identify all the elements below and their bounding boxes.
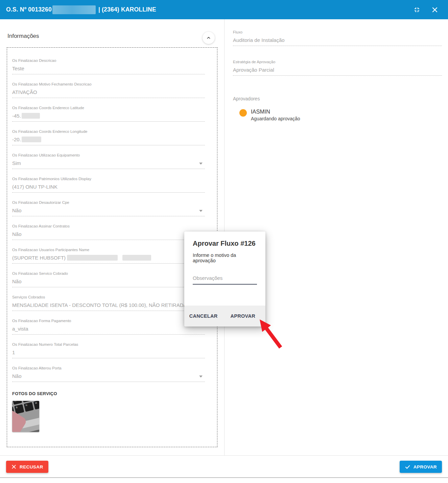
estrategia-value: Aprovação Parcial — [233, 67, 442, 76]
field-value: a_vista — [12, 326, 205, 335]
field-label: Os Finalizacao Utilizacao Equipamento — [12, 148, 205, 158]
field-assinar-contratos: Os Finalizacao Assinar Contratos Não — [12, 219, 205, 243]
photos-section-title: FOTOS DO SERVIÇO — [12, 391, 205, 396]
field-utilizacao-equipamento: Os Finalizacao Utilizacao Equipamento Si… — [12, 148, 205, 172]
redacted-block — [67, 255, 118, 261]
field-value: 1 — [12, 349, 205, 358]
field-patrimonios: Os Finalizacao Patrimonios Utilizados Di… — [12, 172, 205, 196]
field-label: Os Finalizacao Forma Pagamento — [12, 314, 205, 323]
service-order-dialog: O.S. Nº 0013260 | (2364) KAROLLINE Infor… — [0, 0, 448, 483]
aprovar-button[interactable]: APROVAR — [400, 461, 442, 473]
field-select[interactable]: Sim — [12, 160, 205, 169]
field-desautorizar-cpe: Os Finalizacao Desautorizar Cpe Não — [12, 196, 205, 219]
check-icon — [405, 464, 410, 470]
close-icon[interactable] — [431, 6, 439, 14]
redacted-block — [122, 255, 151, 261]
observacoes-input[interactable] — [193, 274, 257, 285]
dialog-action-bar: RECUSAR APROVAR — [0, 455, 448, 478]
collapse-section-button[interactable] — [203, 32, 215, 44]
field-label: Serviços Cobrados — [12, 290, 205, 299]
approver-item: IASMIN Aguardando aprovação — [239, 108, 442, 121]
field-longitude: Os Finalizacao Coords Endereco Longitude… — [12, 125, 205, 148]
fluxo-label: Fluxo — [233, 30, 442, 34]
field-forma-pagamento: Os Finalizacao Forma Pagamento a_vista — [12, 314, 205, 338]
field-label: Os Finalizacao Numero Total Parcelas — [12, 338, 205, 347]
field-latitude: Os Finalizacao Coords Endereco Latitude … — [12, 101, 205, 125]
field-select[interactable]: Não — [12, 373, 205, 382]
field-value: ATIVAÇÃO — [12, 89, 205, 98]
aprovadores-label: Aprovadores — [233, 96, 442, 101]
field-label: Os Finalizacao Servico Cobrado — [12, 267, 205, 276]
field-servicos-cobrados: Serviços Cobrados MENSALIDADE ISENTA - D… — [12, 290, 205, 314]
chevron-down-icon — [199, 163, 203, 165]
chevron-down-icon — [199, 376, 203, 378]
approve-button[interactable]: APROVAR — [230, 311, 256, 321]
field-value: Teste — [12, 66, 205, 74]
chevron-down-icon — [199, 210, 203, 212]
field-usuarios-participantes: Os Finalizacao Usuarios Participantes Na… — [12, 243, 205, 267]
key: N — [24, 402, 34, 412]
chevron-up-icon — [206, 35, 211, 41]
section-title: Informações — [7, 33, 39, 40]
x-icon — [11, 464, 17, 469]
field-select[interactable]: Não — [12, 208, 205, 216]
field-value: (SUPORTE HUBSOFT) — [12, 255, 205, 264]
field-label: Os Finalizacao Patrimonios Utilizados Di… — [12, 172, 205, 181]
estrategia-label: Estratégia de Aprovação — [233, 59, 442, 64]
title-os-number: O.S. Nº 0013260 — [6, 6, 52, 13]
aprovar-fluxo-modal: Aprovar Fluxo #126 Informe o motivo da a… — [184, 232, 265, 327]
dialog-title: O.S. Nº 0013260 | (2364) KAROLLINE — [6, 5, 156, 14]
field-label: Os Finalizacao Coords Endereco Latitude — [12, 101, 205, 110]
title-client: | (2364) KAROLLINE — [98, 6, 156, 13]
pending-status-dot — [239, 109, 247, 117]
field-descricao: Os Finalizacao Descricao Teste — [12, 54, 205, 77]
field-label: Os Finalizacao Assinar Contratos — [12, 219, 205, 228]
approver-name: IASMIN — [251, 108, 300, 115]
field-value: Não — [12, 231, 205, 240]
field-label: Os Finalizacao Descricao — [12, 54, 205, 63]
field-label: Os Finalizacao Desautorizar Cpe — [12, 196, 205, 205]
key: M — [33, 401, 39, 410]
redacted-block — [22, 137, 41, 142]
service-photo-thumbnail[interactable]: G H J K V B N M — [12, 401, 39, 432]
redacted-block — [22, 113, 40, 119]
approver-status: Aguardando aprovação — [251, 116, 300, 121]
field-motivo-fechamento: Os Finalizacao Motivo Fechamento Descric… — [12, 77, 205, 101]
modal-subtitle: Informe o motivo da aprovação — [193, 252, 257, 263]
field-numero-parcelas: Os Finalizacao Numero Total Parcelas 1 — [12, 338, 205, 361]
field-label: Os Finalizacao Alterou Porta — [12, 361, 205, 370]
aprovar-label: APROVAR — [414, 464, 437, 469]
recusar-button[interactable]: RECUSAR — [6, 461, 48, 473]
fluxo-value: Auditoria de Instalação — [233, 37, 442, 46]
field-value: -20. — [12, 137, 205, 145]
field-value: (417) ONU TP-LINK — [12, 184, 205, 193]
recusar-label: RECUSAR — [20, 464, 43, 469]
title-redacted-block — [52, 5, 96, 14]
exit-fullscreen-icon[interactable] — [413, 6, 421, 14]
field-label: Os Finalizacao Usuarios Participantes Na… — [12, 243, 205, 252]
field-servico-cobrado: Os Finalizacao Servico Cobrado Não — [12, 267, 205, 290]
titlebar: O.S. Nº 0013260 | (2364) KAROLLINE — [0, 0, 448, 19]
cancel-button[interactable]: CANCELAR — [189, 311, 218, 321]
modal-title: Aprovar Fluxo #126 — [193, 240, 257, 247]
field-alterou-porta: Os Finalizacao Alterou Porta Não — [12, 361, 205, 385]
field-value: Não — [12, 279, 205, 287]
field-label: Os Finalizacao Motivo Fechamento Descric… — [12, 77, 205, 87]
field-value: -45. — [12, 113, 205, 122]
field-label: Os Finalizacao Coords Endereco Longitude — [12, 125, 205, 134]
modal-footer: CANCELAR APROVAR — [184, 306, 265, 327]
field-value: MENSALIDADE ISENTA - DESCONTO TOTAL (R$ … — [12, 302, 205, 311]
